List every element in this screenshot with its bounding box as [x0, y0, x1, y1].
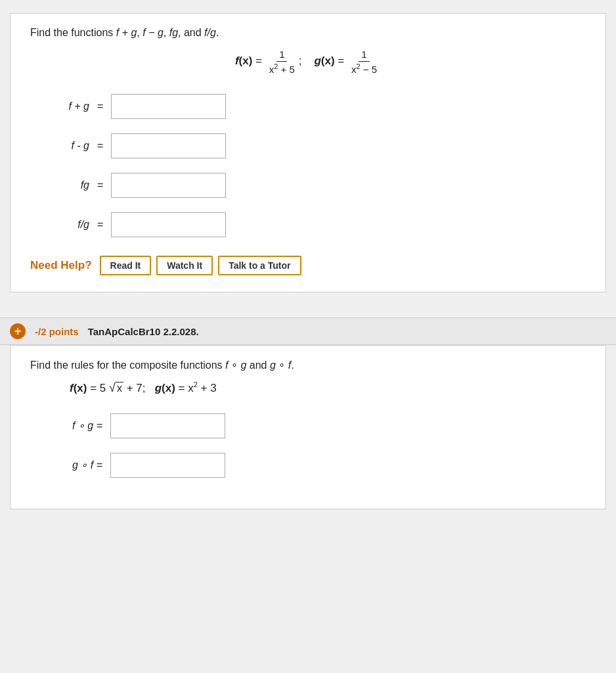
talk-to-tutor-button[interactable]: Talk to a Tutor: [218, 256, 301, 275]
page-wrapper: Find the functions f + g, f − g, fg, and…: [0, 0, 616, 522]
section-divider: [0, 299, 616, 308]
points-bar: + -/2 points TanApCalcBr10 2.2.028.: [0, 317, 616, 345]
f-over-g-input[interactable]: [111, 212, 226, 237]
f-plus-g-equals: =: [97, 101, 103, 112]
fx-numerator: 1: [276, 48, 287, 62]
fg-input[interactable]: [111, 173, 226, 198]
sqrt-symbol: √: [109, 381, 116, 395]
function-definitions: f(x) = 1 x2 + 5 ; g(x) = 1 x2 − 5: [30, 48, 586, 76]
fog-label: f ∘ g =: [30, 419, 102, 432]
points-badge: +: [10, 323, 26, 339]
f-plus-g-input[interactable]: [111, 94, 226, 119]
fx-denominator: x2 + 5: [267, 62, 297, 76]
problem-id: TanApCalcBr10 2.2.028.: [88, 326, 199, 337]
f-plus-g-label: f + g: [30, 101, 89, 112]
gx-fraction: 1 x2 − 5: [349, 48, 380, 76]
f-plus-g-row: f + g =: [30, 94, 586, 119]
problem-1-card: Find the functions f + g, f − g, fg, and…: [10, 13, 606, 292]
f-over-g-label: f/g: [30, 219, 89, 231]
f-minus-g-label: f - g: [30, 140, 89, 152]
f-minus-g-input[interactable]: [111, 133, 226, 158]
fog-input[interactable]: [110, 413, 225, 438]
need-help-label: Need Help?: [30, 259, 92, 272]
gof-row: g ∘ f =: [30, 453, 586, 478]
sqrt-content: x: [116, 382, 123, 394]
f-minus-g-row: f - g =: [30, 133, 586, 158]
watch-it-button[interactable]: Watch It: [156, 256, 213, 275]
f-over-g-row: f/g =: [30, 212, 586, 237]
gof-input[interactable]: [110, 453, 225, 478]
problem-2-card: Find the rules for the composite functio…: [10, 345, 606, 509]
fg-label: fg: [30, 179, 89, 191]
section-divider-2: [0, 308, 616, 317]
gx-numerator: 1: [359, 48, 369, 62]
need-help-row: Need Help? Read It Watch It Talk to a Tu…: [30, 256, 586, 275]
read-it-button[interactable]: Read It: [100, 256, 152, 275]
fx-fraction: 1 x2 + 5: [267, 48, 297, 76]
sqrt-wrapper: √x: [109, 381, 123, 395]
problem-2-title: Find the rules for the composite functio…: [30, 359, 586, 371]
f-minus-g-equals: =: [97, 140, 103, 152]
problem-1-title: Find the functions f + g, f − g, fg, and…: [30, 27, 586, 39]
points-text: -/2 points: [35, 326, 79, 337]
fog-row: f ∘ g =: [30, 413, 586, 438]
gx-denominator: x2 − 5: [349, 62, 380, 76]
problem-2-function-defs: f(x) = 5 √x + 7; g(x) = x2 + 3: [30, 381, 586, 395]
fg-row: fg =: [30, 173, 586, 198]
gof-label: g ∘ f =: [30, 459, 102, 471]
fg-equals: =: [97, 179, 103, 191]
f-over-g-equals: =: [97, 219, 103, 231]
